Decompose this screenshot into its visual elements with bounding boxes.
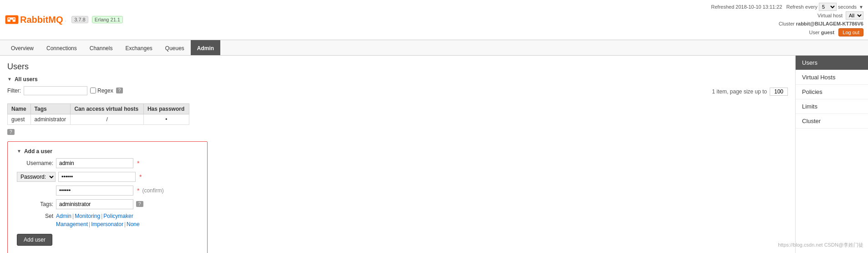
page-title: Users <box>7 62 788 72</box>
nav-exchanges[interactable]: Exchanges <box>119 40 158 55</box>
cluster-value: rabbit@BIJLAGEM-KT786V6 <box>796 21 863 26</box>
version-badge: 3.7.8 <box>71 16 88 23</box>
password-required: * <box>139 173 142 181</box>
filter-label: Filter: <box>7 88 21 94</box>
nav-admin[interactable]: Admin <box>191 40 220 55</box>
erlang-badge: Erlang 21.1 <box>92 16 123 23</box>
tag-impersonator[interactable]: Impersonator <box>91 221 123 227</box>
page-size-input[interactable] <box>770 88 788 96</box>
add-user-button[interactable]: Add user <box>17 234 52 246</box>
main-layout: Users ▼ All users Filter: Regex ? <box>0 56 868 253</box>
confirm-required: * <box>137 187 139 194</box>
username-label: Username: <box>17 160 53 166</box>
password-row: Password: Hashed: * <box>17 172 198 182</box>
svg-point-4 <box>8 18 10 20</box>
cluster-label: Cluster <box>779 21 795 26</box>
logo-area: RabbitMQ . 3.7.8 Erlang 21.1 <box>5 12 123 27</box>
content-area: Users ▼ All users Filter: Regex ? <box>0 56 795 253</box>
set-label: Set <box>17 213 53 219</box>
username-input[interactable] <box>56 158 133 168</box>
set-tags-row: Set Admin | Monitoring | Policymaker <box>17 213 198 219</box>
collapse-icon: ▼ <box>7 77 12 82</box>
rabbitmq-logo-icon <box>5 12 19 27</box>
col-vhosts: Can access virtual hosts <box>71 103 143 114</box>
username-required: * <box>137 160 139 167</box>
user-value: guest <box>821 30 834 35</box>
sidebar-item-virtual-hosts[interactable]: Virtual Hosts <box>796 70 868 85</box>
tags-label: Tags: <box>17 201 53 207</box>
tag-links-2: Management | Impersonator | None <box>56 221 140 227</box>
all-users-section: ▼ All users Filter: Regex ? 1 item, page… <box>7 76 788 135</box>
tags-input[interactable] <box>56 199 133 209</box>
user-tags-cell: administrator <box>30 114 71 124</box>
nav-channels[interactable]: Channels <box>83 40 119 55</box>
user-password-cell: • <box>143 114 189 124</box>
tag-admin[interactable]: Admin <box>56 213 71 219</box>
users-table: Name Tags Can access virtual hosts Has p… <box>7 103 189 125</box>
col-name: Name <box>8 103 31 114</box>
refresh-every-label: Refresh every <box>786 4 817 10</box>
col-tags: Tags <box>30 103 71 114</box>
confirm-label: (confirm) <box>142 187 163 194</box>
user-vhosts-cell[interactable]: / <box>71 114 143 124</box>
sidebar-item-policies[interactable]: Policies <box>796 85 868 99</box>
cluster-row: Cluster rabbit@BIJLAGEM-KT786V6 <box>711 20 863 28</box>
all-users-header[interactable]: ▼ All users <box>7 76 788 83</box>
all-users-label: All users <box>15 76 38 83</box>
virtual-host-row: Virtual host All / <box>711 11 863 20</box>
user-name-cell[interactable]: guest <box>8 114 31 124</box>
refresh-dropdown-icon[interactable]: ▼ <box>859 5 863 10</box>
logo-dot: . <box>65 17 66 22</box>
refreshed-label: Refreshed 2018-10-10 13:11:22 <box>711 4 782 10</box>
virtual-host-select[interactable]: All / <box>846 11 863 20</box>
svg-rect-3 <box>10 18 14 20</box>
logout-button[interactable]: Log out <box>838 28 863 36</box>
tag-management[interactable]: Management <box>56 221 88 227</box>
col-password: Has password <box>143 103 189 114</box>
password-input[interactable] <box>58 172 136 182</box>
sidebar: Users Virtual Hosts Policies Limits Clus… <box>795 56 868 253</box>
user-label: User <box>809 30 819 35</box>
username-row: Username: * <box>17 158 198 168</box>
tags-row: Tags: ? <box>17 199 198 209</box>
tag-links: Admin | Monitoring | Policymaker <box>56 213 133 219</box>
regex-help-badge[interactable]: ? <box>116 88 123 93</box>
confirm-row: * (confirm) <box>17 186 198 196</box>
add-user-header[interactable]: ▼ Add a user <box>17 148 198 155</box>
tag-monitoring[interactable]: Monitoring <box>75 213 100 219</box>
tags-help-badge[interactable]: ? <box>136 201 143 207</box>
tag-none[interactable]: None <box>127 221 140 227</box>
nav-queues[interactable]: Queues <box>159 40 191 55</box>
watermark: https://blog.csdn.net CSDN@李姓门徒 <box>778 242 863 248</box>
password-type-select[interactable]: Password: Hashed: <box>17 172 56 182</box>
add-user-section: ▼ Add a user Username: * Password: Hashe… <box>7 141 208 253</box>
nav-connections[interactable]: Connections <box>40 40 83 55</box>
refresh-row: Refreshed 2018-10-10 13:11:22 Refresh ev… <box>711 3 863 11</box>
sidebar-item-limits[interactable]: Limits <box>796 99 868 114</box>
tag-policymaker[interactable]: Policymaker <box>103 213 133 219</box>
regex-label: Regex <box>97 88 113 94</box>
svg-point-5 <box>13 18 15 20</box>
user-row: User guest Log out <box>711 28 863 37</box>
table-help-badge[interactable]: ? <box>7 129 15 135</box>
pagination-row: 1 item, page size up to <box>712 88 788 96</box>
regex-checkbox-label: Regex <box>90 88 113 94</box>
add-user-label: Add a user <box>24 148 52 155</box>
top-bar: RabbitMQ . 3.7.8 Erlang 21.1 Refreshed 2… <box>0 0 868 40</box>
logo: RabbitMQ . <box>5 12 66 27</box>
main-nav: Overview Connections Channels Exchanges … <box>0 40 868 56</box>
refresh-seconds-select[interactable]: 5 10 30 60 <box>819 3 837 11</box>
table-row: guest administrator / • <box>8 114 189 124</box>
sidebar-item-users[interactable]: Users <box>796 56 868 70</box>
confirm-input[interactable] <box>56 186 133 196</box>
virtual-host-label: Virtual host <box>817 13 843 18</box>
filter-input[interactable] <box>24 86 87 95</box>
password-type-area: Password: Hashed: <box>17 172 56 182</box>
sidebar-item-cluster[interactable]: Cluster <box>796 114 868 129</box>
refresh-unit-label: seconds <box>838 4 857 10</box>
nav-overview[interactable]: Overview <box>5 40 40 55</box>
regex-checkbox[interactable] <box>90 88 96 93</box>
top-right: Refreshed 2018-10-10 13:11:22 Refresh ev… <box>711 3 863 37</box>
filter-row: Filter: Regex ? <box>7 86 123 95</box>
add-user-collapse-icon: ▼ <box>17 149 21 154</box>
